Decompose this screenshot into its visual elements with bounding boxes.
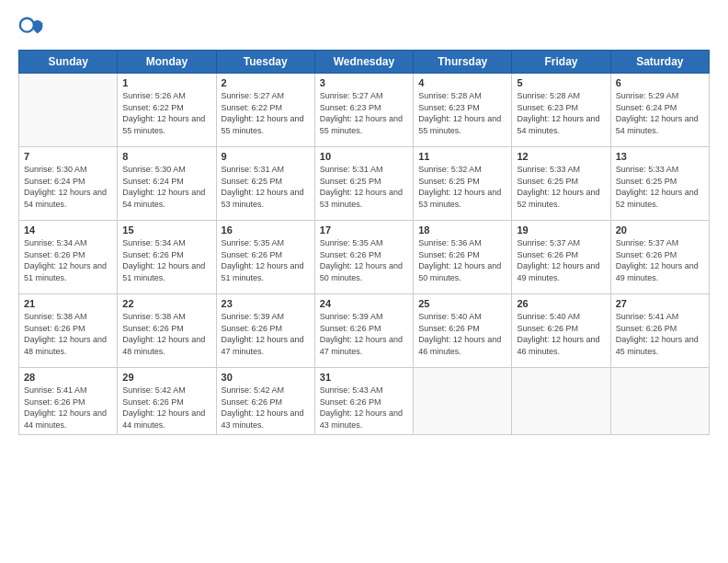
- logo-icon: [18, 15, 44, 40]
- day-cell: 16 Sunrise: 5:35 AM Sunset: 6:26 PM Dayl…: [216, 221, 314, 294]
- day-number: 24: [320, 298, 408, 309]
- day-info: Sunrise: 5:33 AM Sunset: 6:25 PM Dayligh…: [517, 164, 605, 210]
- day-info: Sunrise: 5:27 AM Sunset: 6:23 PM Dayligh…: [320, 90, 408, 136]
- header-cell-monday: Monday: [118, 51, 216, 74]
- day-number: 26: [517, 298, 605, 309]
- day-cell: 15 Sunrise: 5:34 AM Sunset: 6:26 PM Dayl…: [118, 221, 216, 294]
- day-number: 14: [24, 224, 112, 236]
- day-info: Sunrise: 5:35 AM Sunset: 6:26 PM Dayligh…: [222, 237, 310, 283]
- day-cell: 3 Sunrise: 5:27 AM Sunset: 6:23 PM Dayli…: [314, 74, 413, 147]
- day-number: 22: [122, 298, 210, 309]
- week-row-2: 7 Sunrise: 5:30 AM Sunset: 6:24 PM Dayli…: [19, 147, 710, 221]
- week-row-1: 1 Sunrise: 5:26 AM Sunset: 6:22 PM Dayli…: [19, 74, 710, 147]
- day-info: Sunrise: 5:34 AM Sunset: 6:26 PM Dayligh…: [24, 237, 112, 283]
- day-info: Sunrise: 5:31 AM Sunset: 6:25 PM Dayligh…: [222, 164, 310, 210]
- day-number: 31: [320, 372, 408, 383]
- day-info: Sunrise: 5:34 AM Sunset: 6:26 PM Dayligh…: [122, 237, 210, 283]
- week-row-4: 21 Sunrise: 5:38 AM Sunset: 6:26 PM Dayl…: [19, 294, 710, 368]
- header-cell-friday: Friday: [512, 51, 610, 74]
- day-cell: 24 Sunrise: 5:39 AM Sunset: 6:26 PM Dayl…: [314, 294, 413, 368]
- day-info: Sunrise: 5:37 AM Sunset: 6:26 PM Dayligh…: [517, 237, 605, 283]
- day-cell: 17 Sunrise: 5:35 AM Sunset: 6:26 PM Dayl…: [314, 221, 413, 294]
- day-cell: 18 Sunrise: 5:36 AM Sunset: 6:26 PM Dayl…: [414, 221, 512, 294]
- day-number: 1: [122, 77, 210, 88]
- day-number: 5: [517, 77, 605, 88]
- day-info: Sunrise: 5:40 AM Sunset: 6:26 PM Dayligh…: [418, 311, 506, 357]
- day-cell: 29 Sunrise: 5:42 AM Sunset: 6:26 PM Dayl…: [118, 368, 216, 435]
- day-info: Sunrise: 5:38 AM Sunset: 6:26 PM Dayligh…: [122, 311, 210, 357]
- day-cell: 4 Sunrise: 5:28 AM Sunset: 6:23 PM Dayli…: [414, 74, 512, 147]
- day-cell: 20 Sunrise: 5:37 AM Sunset: 6:26 PM Dayl…: [610, 221, 709, 294]
- day-number: 16: [222, 224, 310, 236]
- day-number: 20: [616, 224, 704, 236]
- day-info: Sunrise: 5:40 AM Sunset: 6:26 PM Dayligh…: [517, 311, 605, 357]
- logo: [18, 15, 48, 40]
- day-cell: [512, 368, 610, 435]
- day-cell: 26 Sunrise: 5:40 AM Sunset: 6:26 PM Dayl…: [512, 294, 610, 368]
- day-cell: 14 Sunrise: 5:34 AM Sunset: 6:26 PM Dayl…: [19, 221, 118, 294]
- day-info: Sunrise: 5:33 AM Sunset: 6:25 PM Dayligh…: [616, 164, 704, 210]
- day-info: Sunrise: 5:26 AM Sunset: 6:22 PM Dayligh…: [122, 90, 210, 136]
- day-cell: 1 Sunrise: 5:26 AM Sunset: 6:22 PM Dayli…: [118, 74, 216, 147]
- day-info: Sunrise: 5:35 AM Sunset: 6:26 PM Dayligh…: [320, 237, 408, 283]
- day-cell: 12 Sunrise: 5:33 AM Sunset: 6:25 PM Dayl…: [512, 147, 610, 221]
- day-number: 25: [418, 298, 506, 309]
- day-number: 21: [24, 298, 112, 309]
- day-number: 6: [616, 77, 704, 88]
- day-number: 19: [517, 224, 605, 236]
- calendar: SundayMondayTuesdayWednesdayThursdayFrid…: [18, 50, 710, 554]
- day-info: Sunrise: 5:28 AM Sunset: 6:23 PM Dayligh…: [517, 90, 605, 136]
- day-cell: [414, 368, 512, 435]
- day-number: 12: [517, 151, 605, 162]
- header: [18, 15, 710, 40]
- header-cell-sunday: Sunday: [19, 51, 118, 74]
- calendar-header: SundayMondayTuesdayWednesdayThursdayFrid…: [19, 51, 710, 74]
- day-info: Sunrise: 5:28 AM Sunset: 6:23 PM Dayligh…: [418, 90, 506, 136]
- day-info: Sunrise: 5:31 AM Sunset: 6:25 PM Dayligh…: [320, 164, 408, 210]
- day-cell: 5 Sunrise: 5:28 AM Sunset: 6:23 PM Dayli…: [512, 74, 610, 147]
- day-info: Sunrise: 5:30 AM Sunset: 6:24 PM Dayligh…: [122, 164, 210, 210]
- calendar-table: SundayMondayTuesdayWednesdayThursdayFrid…: [18, 50, 710, 435]
- day-cell: 11 Sunrise: 5:32 AM Sunset: 6:25 PM Dayl…: [414, 147, 512, 221]
- day-number: 8: [122, 151, 210, 162]
- day-cell: 8 Sunrise: 5:30 AM Sunset: 6:24 PM Dayli…: [118, 147, 216, 221]
- day-number: 18: [418, 224, 506, 236]
- day-info: Sunrise: 5:39 AM Sunset: 6:26 PM Dayligh…: [320, 311, 408, 357]
- day-number: 27: [616, 298, 704, 309]
- day-info: Sunrise: 5:30 AM Sunset: 6:24 PM Dayligh…: [24, 164, 112, 210]
- day-info: Sunrise: 5:37 AM Sunset: 6:26 PM Dayligh…: [616, 237, 704, 283]
- day-cell: 9 Sunrise: 5:31 AM Sunset: 6:25 PM Dayli…: [216, 147, 314, 221]
- day-cell: 28 Sunrise: 5:41 AM Sunset: 6:26 PM Dayl…: [19, 368, 118, 435]
- week-row-3: 14 Sunrise: 5:34 AM Sunset: 6:26 PM Dayl…: [19, 221, 710, 294]
- day-number: 17: [320, 224, 408, 236]
- day-cell: 6 Sunrise: 5:29 AM Sunset: 6:24 PM Dayli…: [610, 74, 709, 147]
- day-info: Sunrise: 5:39 AM Sunset: 6:26 PM Dayligh…: [222, 311, 310, 357]
- header-cell-saturday: Saturday: [610, 51, 709, 74]
- header-cell-wednesday: Wednesday: [314, 51, 413, 74]
- day-number: 28: [24, 372, 112, 383]
- day-cell: 22 Sunrise: 5:38 AM Sunset: 6:26 PM Dayl…: [118, 294, 216, 368]
- day-info: Sunrise: 5:29 AM Sunset: 6:24 PM Dayligh…: [616, 90, 704, 136]
- day-number: 3: [320, 77, 408, 88]
- calendar-body: 1 Sunrise: 5:26 AM Sunset: 6:22 PM Dayli…: [19, 74, 710, 435]
- day-number: 10: [320, 151, 408, 162]
- page: SundayMondayTuesdayWednesdayThursdayFrid…: [0, 0, 728, 563]
- day-info: Sunrise: 5:43 AM Sunset: 6:26 PM Dayligh…: [320, 385, 408, 431]
- day-cell: 30 Sunrise: 5:42 AM Sunset: 6:26 PM Dayl…: [216, 368, 314, 435]
- day-cell: [610, 368, 709, 435]
- day-info: Sunrise: 5:36 AM Sunset: 6:26 PM Dayligh…: [418, 237, 506, 283]
- day-cell: 10 Sunrise: 5:31 AM Sunset: 6:25 PM Dayl…: [314, 147, 413, 221]
- day-cell: 23 Sunrise: 5:39 AM Sunset: 6:26 PM Dayl…: [216, 294, 314, 368]
- day-cell: 7 Sunrise: 5:30 AM Sunset: 6:24 PM Dayli…: [19, 147, 118, 221]
- day-number: 9: [222, 151, 310, 162]
- day-cell: 21 Sunrise: 5:38 AM Sunset: 6:26 PM Dayl…: [19, 294, 118, 368]
- day-info: Sunrise: 5:42 AM Sunset: 6:26 PM Dayligh…: [122, 385, 210, 431]
- day-info: Sunrise: 5:41 AM Sunset: 6:26 PM Dayligh…: [616, 311, 704, 357]
- day-number: 4: [418, 77, 506, 88]
- week-row-5: 28 Sunrise: 5:41 AM Sunset: 6:26 PM Dayl…: [19, 368, 710, 435]
- day-number: 23: [222, 298, 310, 309]
- day-info: Sunrise: 5:27 AM Sunset: 6:22 PM Dayligh…: [222, 90, 310, 136]
- header-row: SundayMondayTuesdayWednesdayThursdayFrid…: [19, 51, 710, 74]
- header-cell-thursday: Thursday: [414, 51, 512, 74]
- day-number: 13: [616, 151, 704, 162]
